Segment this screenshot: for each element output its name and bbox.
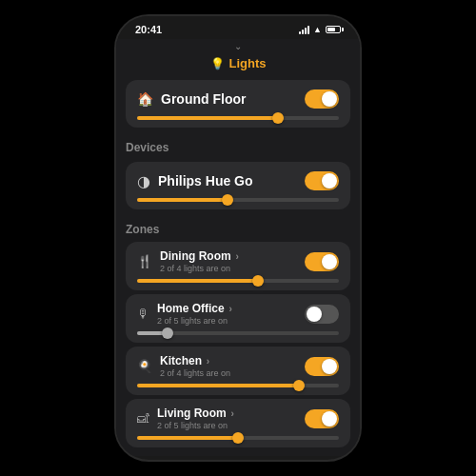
chevron-down-icon[interactable]: ⌄ [234, 41, 242, 51]
zone-info-office: 🎙 Home Office › 2 of 5 lights are on [137, 302, 232, 326]
zone-header-dining: 🍴 Dining Room › 2 of 4 lights are on [137, 249, 339, 273]
wifi-icon: ▲ [313, 25, 322, 34]
zone-card-office: 🎙 Home Office › 2 of 5 lights are on [126, 294, 350, 343]
zone-name-dining[interactable]: Dining Room › [160, 249, 239, 263]
ground-floor-title-row: 🏠 Ground Floor [137, 91, 246, 107]
nav-header: ⌄ 💡 Lights [116, 39, 360, 74]
zone-info-dining: 🍴 Dining Room › 2 of 4 lights are on [137, 249, 239, 273]
zones-label: Zones [116, 215, 360, 238]
bulb-icon: 💡 [210, 57, 225, 70]
devices-label: Devices [116, 133, 360, 156]
zone-text-kitchen: Kitchen › 2 of 4 lights are on [160, 354, 230, 378]
zone-name-kitchen[interactable]: Kitchen › [160, 354, 230, 367]
office-icon: 🎙 [137, 307, 149, 321]
zone-status-living: 2 of 5 lights are on [157, 421, 234, 430]
scroll-area: 🏠 Ground Floor Devices ◑ [116, 74, 360, 453]
hue-icon: ◑ [137, 172, 150, 190]
ground-floor-toggle[interactable] [305, 89, 339, 109]
zone-card-living: 🛋 Living Room › 2 of 5 lights are on [126, 399, 350, 447]
zone-toggle-office[interactable] [305, 305, 339, 324]
zone-text-living: Living Room › 2 of 5 lights are on [157, 407, 234, 430]
page-title: Lights [229, 56, 267, 70]
zone-slider-kitchen[interactable] [137, 384, 339, 387]
device-title-row-0: ◑ Philips Hue Go [137, 172, 253, 190]
zone-toggle-dining[interactable] [305, 252, 339, 271]
device-name-0: Philips Hue Go [158, 173, 253, 188]
screen-content: ⌄ 💡 Lights 🏠 Ground Floor [116, 39, 360, 456]
battery-icon [326, 26, 341, 33]
status-bar: 20:41 ▲ [116, 16, 360, 39]
device-card-0: ◑ Philips Hue Go [126, 162, 350, 209]
zone-slider-office[interactable] [137, 331, 339, 335]
device-toggle-0[interactable] [305, 171, 339, 190]
zone-header-kitchen: 🍳 Kitchen › 2 of 4 lights are on [137, 354, 339, 378]
zone-name-office[interactable]: Home Office › [157, 302, 232, 315]
kitchen-icon: 🍳 [137, 359, 152, 373]
status-icons: ▲ [299, 25, 341, 34]
zone-text-office: Home Office › 2 of 5 lights are on [157, 302, 232, 326]
zone-header-living: 🛋 Living Room › 2 of 5 lights are on [137, 407, 339, 430]
zone-toggle-kitchen[interactable] [305, 357, 339, 376]
living-icon: 🛋 [137, 411, 149, 426]
zone-name-living[interactable]: Living Room › [157, 407, 234, 420]
ground-floor-slider[interactable] [137, 116, 339, 120]
zone-header-office: 🎙 Home Office › 2 of 5 lights are on [137, 302, 339, 326]
device-header-0: ◑ Philips Hue Go [137, 171, 339, 190]
device-slider-0[interactable] [137, 198, 339, 202]
status-time: 20:41 [135, 24, 162, 35]
zone-info-kitchen: 🍳 Kitchen › 2 of 4 lights are on [137, 354, 230, 378]
zone-text-dining: Dining Room › 2 of 4 lights are on [160, 249, 239, 273]
ground-floor-header: 🏠 Ground Floor [137, 89, 339, 109]
zone-slider-living[interactable] [137, 436, 339, 440]
home-icon: 🏠 [137, 91, 153, 107]
zone-slider-dining[interactable] [137, 279, 339, 283]
dining-icon: 🍴 [137, 254, 152, 268]
phone-frame: 20:41 ▲ ⌄ 💡 Lights [114, 14, 362, 462]
zone-status-kitchen: 2 of 4 lights are on [160, 368, 230, 378]
zone-status-dining: 2 of 4 lights are on [160, 264, 239, 273]
signal-icon [299, 26, 309, 34]
zone-card-dining: 🍴 Dining Room › 2 of 4 lights are on [126, 242, 350, 290]
nav-title: 💡 Lights [210, 56, 267, 70]
zone-card-kitchen: 🍳 Kitchen › 2 of 4 lights are on [126, 347, 350, 395]
zone-status-office: 2 of 5 lights are on [157, 316, 232, 326]
zone-info-living: 🛋 Living Room › 2 of 5 lights are on [137, 407, 234, 430]
zone-toggle-living[interactable] [305, 409, 339, 428]
ground-floor-name: Ground Floor [161, 91, 246, 107]
ground-floor-card: 🏠 Ground Floor [126, 80, 350, 128]
